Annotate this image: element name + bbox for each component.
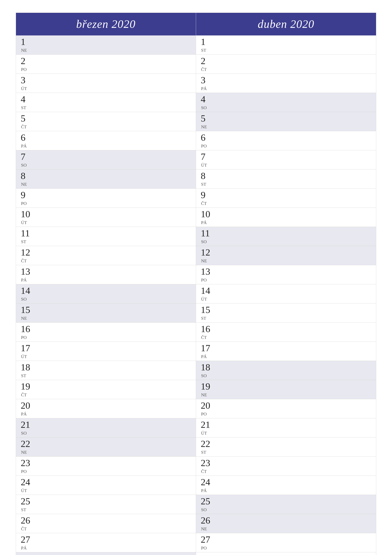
- day-info: 9ČT: [201, 190, 213, 206]
- day-number: 7: [21, 152, 33, 161]
- day-number: 5: [21, 114, 33, 123]
- day-info: 19ČT: [21, 382, 33, 397]
- day-info: 9PO: [21, 190, 33, 206]
- day-abbr: NE: [201, 258, 213, 263]
- day-abbr: ČT: [201, 469, 213, 474]
- day-row: 11SO: [196, 227, 376, 246]
- day-number: 19: [201, 382, 213, 391]
- day-row: 26NE: [196, 514, 376, 533]
- day-number: 1: [21, 37, 33, 46]
- day-number: 27: [21, 535, 33, 544]
- day-info: 16PO: [21, 324, 33, 340]
- day-abbr: ČT: [21, 392, 33, 397]
- day-abbr: NE: [21, 182, 33, 187]
- day-info: 20PO: [201, 401, 213, 416]
- day-number: 3: [21, 75, 33, 85]
- day-abbr: PO: [21, 201, 33, 206]
- day-abbr: PÁ: [201, 488, 213, 493]
- day-number: 11: [21, 228, 33, 238]
- day-info: 27PÁ: [21, 535, 33, 551]
- day-number: 6: [201, 133, 213, 142]
- day-info: 26ČT: [21, 516, 33, 531]
- day-row: 10PÁ: [196, 208, 376, 227]
- day-abbr: NE: [201, 124, 213, 129]
- day-row: 17ÚT: [16, 342, 196, 361]
- day-abbr: NE: [21, 48, 33, 53]
- month-title-april: duben 2020: [258, 18, 314, 30]
- day-info: 23PO: [21, 458, 33, 474]
- day-info: 10ÚT: [21, 209, 33, 225]
- day-info: 15ST: [201, 305, 213, 321]
- day-number: 10: [21, 209, 33, 219]
- day-abbr: PO: [21, 335, 33, 340]
- day-row: 8NE: [16, 169, 196, 189]
- day-row: 3PÁ: [196, 74, 376, 93]
- day-abbr: PÁ: [201, 354, 213, 359]
- day-info: 22NE: [21, 439, 33, 455]
- day-number: 2: [21, 56, 33, 66]
- day-row: 23PO: [16, 457, 196, 476]
- day-number: 7: [201, 152, 213, 161]
- day-info: 4SO: [201, 95, 213, 110]
- day-row: 7ÚT: [196, 150, 376, 169]
- day-row: 3ÚT: [16, 74, 196, 93]
- day-info: 2PO: [21, 56, 33, 72]
- day-row: 15ST: [196, 303, 376, 323]
- day-number: 14: [201, 286, 213, 295]
- header-row: březen 2020 duben 2020: [16, 13, 376, 36]
- day-abbr: PO: [21, 67, 33, 72]
- day-number: 18: [21, 362, 33, 372]
- day-abbr: NE: [21, 450, 33, 455]
- day-row: 2ČT: [196, 55, 376, 74]
- day-info: 8ST: [201, 171, 213, 187]
- day-number: 3: [201, 75, 213, 85]
- day-number: 25: [21, 497, 33, 506]
- day-row: 8ST: [196, 169, 376, 189]
- day-row: 20PÁ: [16, 399, 196, 418]
- day-abbr: ÚT: [21, 86, 33, 91]
- day-row: 9ČT: [196, 189, 376, 208]
- day-abbr: PO: [201, 546, 213, 551]
- day-info: 24PÁ: [201, 477, 213, 493]
- day-abbr: SO: [21, 297, 33, 302]
- day-row: 28ÚT: [196, 552, 376, 555]
- day-info: 21SO: [21, 420, 33, 436]
- day-row: 2PO: [16, 55, 196, 74]
- day-abbr: SO: [201, 507, 213, 512]
- day-abbr: PO: [21, 469, 33, 474]
- day-row: 28SO: [16, 552, 196, 555]
- day-number: 10: [201, 209, 213, 219]
- day-row: 25SO: [196, 495, 376, 514]
- day-info: 7SO: [21, 152, 33, 168]
- day-abbr: PÁ: [201, 220, 213, 225]
- day-row: 18SO: [196, 361, 376, 380]
- day-number: 24: [201, 477, 213, 487]
- day-info: 25ST: [21, 497, 33, 512]
- month-header-march: březen 2020: [16, 13, 196, 36]
- day-info: 18ST: [21, 362, 33, 378]
- day-info: 5ČT: [21, 114, 33, 129]
- day-abbr: ČT: [21, 124, 33, 129]
- day-abbr: SO: [201, 373, 213, 378]
- calendar-grid: březen 2020 duben 2020 1NE1ST2PO2ČT3ÚT3P…: [16, 13, 376, 555]
- day-number: 11: [201, 228, 213, 238]
- day-number: 13: [201, 267, 213, 276]
- day-number: 15: [201, 305, 213, 314]
- page: březen 2020 duben 2020 1NE1ST2PO2ČT3ÚT3P…: [0, 0, 392, 555]
- day-number: 20: [201, 401, 213, 410]
- day-number: 6: [21, 133, 33, 142]
- day-info: 5NE: [201, 114, 213, 129]
- day-row: 24ÚT: [16, 476, 196, 495]
- day-number: 4: [201, 95, 213, 104]
- day-row: 23ČT: [196, 457, 376, 476]
- day-row: 4SO: [196, 93, 376, 112]
- day-abbr: SO: [21, 163, 33, 168]
- day-row: 27PÁ: [16, 533, 196, 552]
- day-number: 26: [21, 516, 33, 525]
- day-info: 22ST: [201, 439, 213, 455]
- day-row: 1ST: [196, 36, 376, 55]
- day-row: 27PO: [196, 533, 376, 552]
- day-number: 16: [201, 324, 213, 334]
- day-number: 24: [21, 477, 33, 487]
- days-container: 1NE1ST2PO2ČT3ÚT3PÁ4ST4SO5ČT5NE6PÁ6PO7SO7…: [16, 36, 376, 555]
